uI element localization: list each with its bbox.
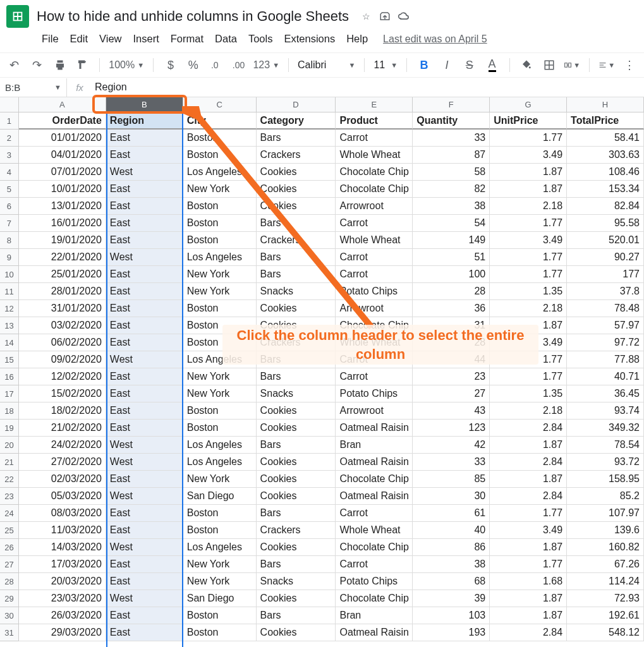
row-header[interactable]: 30 [0,607,19,624]
row-header[interactable]: 17 [0,385,19,402]
cell[interactable]: 1.35 [490,283,567,300]
row-header[interactable]: 10 [0,266,19,283]
cell[interactable]: 68 [413,573,490,590]
cell[interactable]: 107.97 [567,505,644,522]
cell[interactable]: West [106,454,183,471]
cell[interactable]: 54 [413,215,490,232]
header-cell[interactable]: OrderDate [19,112,106,130]
cell[interactable]: Carrot [336,556,413,573]
column-header-F[interactable]: F [413,97,490,112]
cell[interactable]: Cookies [257,624,336,641]
cell[interactable]: 1.87 [490,590,567,607]
horizontal-align-button[interactable]: ▼ [598,57,615,73]
cell[interactable]: East [106,573,183,590]
cell[interactable]: Bars [257,368,336,385]
cell[interactable]: Crackers [257,522,336,539]
cell[interactable]: Bars [257,556,336,573]
cell[interactable]: West [106,488,183,505]
cell[interactable]: 1.68 [490,573,567,590]
cell[interactable]: Potato Chips [336,283,413,300]
row-header[interactable]: 28 [0,573,19,590]
cell[interactable]: 25/01/2020 [19,266,106,283]
cell[interactable]: East [106,147,183,164]
cell[interactable]: 1.87 [490,181,567,198]
cell[interactable]: 26/03/2020 [19,607,106,624]
cell[interactable]: 95.58 [567,215,644,232]
decrease-decimal-icon[interactable]: .0 [208,57,224,73]
cell[interactable]: Los Angeles [183,437,257,454]
cell[interactable]: 23 [413,368,490,385]
cell[interactable]: 2.18 [490,402,567,420]
select-all-corner[interactable] [0,97,19,112]
cell[interactable]: Bars [257,505,336,522]
cell[interactable]: East [106,317,183,334]
cell[interactable]: Bars [257,437,336,454]
cell[interactable]: 36.45 [567,385,644,402]
cell[interactable]: Oatmeal Raisin [336,624,413,641]
row-header[interactable]: 22 [0,471,19,488]
cell[interactable]: East [106,624,183,641]
cell[interactable]: Bars [257,351,336,368]
cell[interactable]: Boston [183,215,257,232]
cell[interactable]: 15/02/2020 [19,385,106,402]
cell[interactable]: Boston [183,130,257,147]
menu-edit[interactable]: Edit [65,30,93,47]
cell[interactable]: 23/03/2020 [19,590,106,607]
cell[interactable]: 01/01/2020 [19,130,106,147]
cell[interactable]: 82 [413,181,490,198]
cell[interactable]: 38 [413,556,490,573]
cell[interactable]: 21/02/2020 [19,420,106,437]
cell[interactable]: East [106,198,183,215]
cell[interactable]: 06/02/2020 [19,334,106,351]
header-cell[interactable]: TotalPrice [567,112,644,130]
cell[interactable]: 193 [413,624,490,641]
cell[interactable]: 17/03/2020 [19,556,106,573]
row-header[interactable]: 29 [0,590,19,607]
number-format-dropdown[interactable]: 123 ▼ [253,59,279,71]
cell[interactable]: 38 [413,198,490,215]
cell[interactable]: 28 [413,334,490,351]
cell[interactable]: East [106,368,183,385]
cell[interactable]: Crackers [257,232,336,249]
row-header[interactable]: 14 [0,334,19,351]
cell[interactable]: 160.82 [567,539,644,556]
cell[interactable]: 22/01/2020 [19,249,106,266]
cell[interactable]: 40.71 [567,368,644,385]
cell[interactable]: Bars [257,130,336,147]
cell[interactable]: Cookies [257,300,336,317]
cell[interactable]: 03/02/2020 [19,317,106,334]
row-header[interactable]: 20 [0,437,19,454]
cell[interactable]: Chocolate Chip [336,181,413,198]
cell[interactable]: 520.01 [567,232,644,249]
cell[interactable]: Whole Wheat [336,334,413,351]
cell[interactable]: East [106,215,183,232]
name-box[interactable]: B:B▼ [0,78,67,97]
cell[interactable]: Potato Chips [336,385,413,402]
merge-cells-button[interactable]: ▼ [564,57,580,73]
cell[interactable]: 08/03/2020 [19,505,106,522]
cell[interactable]: Crackers [257,334,336,351]
cell[interactable]: 2.18 [490,198,567,215]
cell[interactable]: Boston [183,607,257,624]
cell[interactable]: Carrot [336,368,413,385]
italic-button[interactable]: I [439,57,455,73]
row-header[interactable]: 11 [0,283,19,300]
cell[interactable]: Arrowroot [336,300,413,317]
cell[interactable]: 1.87 [490,164,567,181]
cell[interactable]: East [106,334,183,351]
cell[interactable]: Potato Chips [336,573,413,590]
cell[interactable]: 3.49 [490,522,567,539]
cell[interactable]: 1.77 [490,505,567,522]
cell[interactable]: Cookies [257,164,336,181]
column-header-C[interactable]: C [183,97,257,112]
column-header-B[interactable]: B [106,97,183,112]
cell[interactable]: Cookies [257,471,336,488]
cell[interactable]: East [106,283,183,300]
cell[interactable]: 1.87 [490,437,567,454]
cell[interactable]: 153.34 [567,181,644,198]
cell[interactable]: Cookies [257,539,336,556]
font-dropdown[interactable]: Calibri▼ [298,59,355,71]
cell[interactable]: 123 [413,420,490,437]
row-header[interactable]: 27 [0,556,19,573]
cell[interactable]: Snacks [257,385,336,402]
